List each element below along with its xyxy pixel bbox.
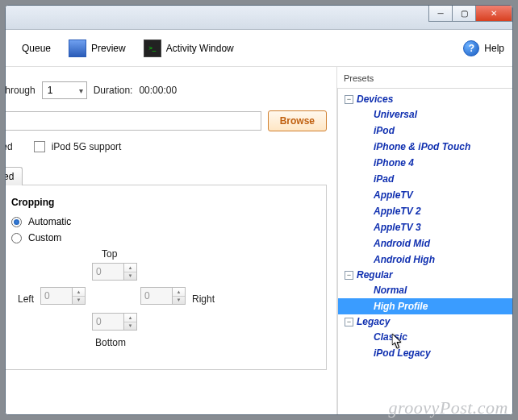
- crop-right-spinner[interactable]: ▲▼: [140, 287, 186, 305]
- window-frame: ─ ▢ ✕ Queue Preview >_ Activity Window ?…: [5, 5, 513, 415]
- presets-title: Presets: [337, 73, 512, 88]
- crop-bottom-label: Bottom: [95, 337, 126, 348]
- ipod5g-checkbox[interactable]: [34, 141, 45, 152]
- titlebar[interactable]: ─ ▢ ✕: [6, 6, 512, 30]
- queue-button[interactable]: Queue: [14, 40, 59, 57]
- through-label: through: [6, 85, 36, 96]
- cropping-heading: Cropping: [11, 197, 310, 208]
- radio-icon: [11, 217, 22, 227]
- preset-item[interactable]: AppleTV 2: [338, 203, 512, 219]
- crop-top-label: Top: [102, 248, 117, 260]
- collapse-icon[interactable]: −: [345, 318, 353, 326]
- queue-label: Queue: [22, 43, 51, 54]
- range-end-select[interactable]: 1: [42, 81, 87, 99]
- window-controls: ─ ▢ ✕: [429, 6, 512, 22]
- window-content: Queue Preview >_ Activity Window ? Help …: [6, 30, 512, 414]
- close-button[interactable]: ✕: [475, 6, 512, 22]
- file-row: Browse: [6, 110, 336, 131]
- preset-item[interactable]: Android Mid: [338, 235, 512, 252]
- crop-right-label: Right: [192, 293, 215, 305]
- preset-group-label: Devices: [357, 94, 393, 105]
- preset-group[interactable]: −Legacy: [338, 314, 512, 329]
- preset-item[interactable]: Android High: [338, 252, 512, 268]
- toolbar: Queue Preview >_ Activity Window ? Help: [6, 30, 512, 67]
- left-panel: through 1 Duration: 00:00:00 Browse nize…: [6, 67, 336, 414]
- preset-item[interactable]: AppleTV: [338, 187, 512, 203]
- preset-item[interactable]: iPhone & iPod Touch: [338, 139, 512, 155]
- duration-value: 00:00:00: [139, 85, 177, 96]
- terminal-icon: >_: [144, 40, 161, 57]
- duration-label: Duration:: [94, 85, 133, 96]
- options-row: nized iPod 5G support: [6, 141, 336, 152]
- crop-bottom-spinner[interactable]: ▲▼: [92, 313, 137, 331]
- cropping-panel: Cropping Automatic Custom Top ▲▼ Left ▲▼: [6, 185, 327, 370]
- radio-custom[interactable]: Custom: [11, 232, 310, 243]
- crop-grid: Top ▲▼ Left ▲▼ ▲▼ Right ▲▼ Bottom: [11, 248, 221, 361]
- help-icon: ?: [463, 40, 479, 56]
- activity-window-button[interactable]: >_ Activity Window: [136, 36, 242, 60]
- preview-icon: [69, 40, 86, 57]
- preview-button[interactable]: Preview: [61, 36, 134, 60]
- crop-top-spinner[interactable]: ▲▼: [92, 263, 137, 281]
- activity-label: Activity Window: [166, 43, 234, 54]
- help-label: Help: [484, 43, 504, 54]
- destination-field[interactable]: [6, 111, 261, 131]
- optimized-partial-label: nized: [6, 141, 13, 152]
- preset-item[interactable]: Universal: [338, 106, 512, 123]
- range-row: through 1 Duration: 00:00:00: [6, 81, 336, 99]
- preset-item[interactable]: High Profile: [338, 298, 512, 314]
- preset-group-label: Regular: [357, 269, 393, 281]
- preset-item[interactable]: Normal: [338, 282, 512, 298]
- preset-item[interactable]: iPod Legacy: [338, 345, 512, 361]
- minimize-button[interactable]: ─: [428, 6, 453, 22]
- radio-automatic[interactable]: Automatic: [11, 216, 310, 227]
- browse-button[interactable]: Browse: [268, 110, 327, 131]
- preset-group-label: Legacy: [357, 316, 390, 327]
- preview-label: Preview: [91, 43, 126, 54]
- ipod5g-label: iPod 5G support: [52, 141, 122, 152]
- collapse-icon[interactable]: −: [345, 95, 353, 104]
- crop-left-spinner[interactable]: ▲▼: [40, 287, 86, 305]
- preset-item[interactable]: iPhone 4: [338, 155, 512, 171]
- main-area: through 1 Duration: 00:00:00 Browse nize…: [6, 67, 512, 414]
- tab-partial[interactable]: ed: [6, 167, 23, 185]
- presets-panel: Presets −DevicesUniversaliPodiPhone & iP…: [336, 67, 512, 414]
- presets-tree[interactable]: −DevicesUniversaliPodiPhone & iPod Touch…: [337, 88, 512, 414]
- preset-group[interactable]: −Devices: [338, 92, 512, 106]
- preset-group[interactable]: −Regular: [338, 268, 512, 282]
- radio-icon: [11, 233, 22, 243]
- preset-item[interactable]: iPod: [338, 123, 512, 139]
- preset-item[interactable]: iPad: [338, 171, 512, 187]
- preset-item[interactable]: Classic: [338, 329, 512, 345]
- preset-item[interactable]: AppleTV 3: [338, 219, 512, 235]
- watermark: groovyPost.com: [388, 397, 508, 418]
- maximize-button[interactable]: ▢: [452, 6, 476, 22]
- help-button[interactable]: ? Help: [463, 40, 504, 56]
- crop-left-label: Left: [18, 293, 34, 305]
- collapse-icon[interactable]: −: [345, 271, 353, 280]
